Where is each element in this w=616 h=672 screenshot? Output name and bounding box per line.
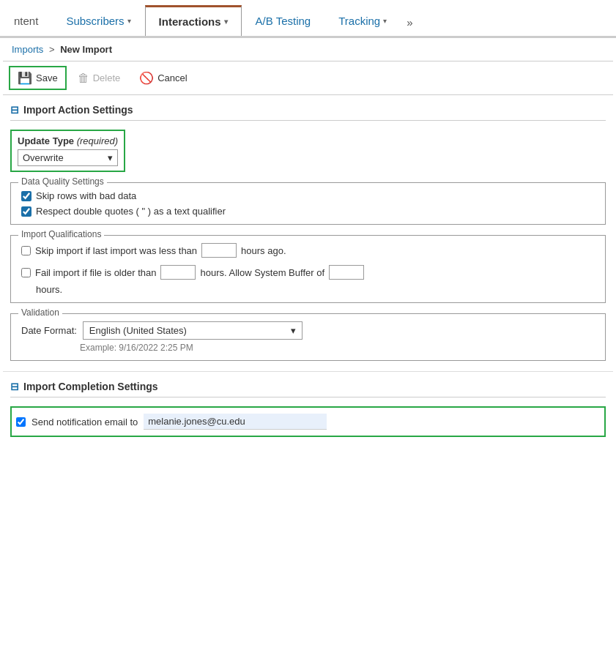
notification-email-input[interactable] [144, 414, 327, 430]
tab-tracking-label: Tracking [338, 15, 380, 27]
date-format-chevron-icon: ▾ [291, 325, 296, 336]
validation-legend: Validation [18, 307, 62, 318]
date-format-label: Date Format: [21, 325, 77, 336]
tab-tracking[interactable]: Tracking ▾ [324, 5, 401, 36]
respect-quotes-checkbox[interactable] [21, 206, 31, 217]
update-type-text: Update Type [18, 135, 74, 146]
import-completion-section: ⊟ Import Completion Settings Send notifi… [10, 381, 606, 437]
date-format-row: Date Format: English (United States) ▾ [21, 321, 595, 340]
date-format-value: English (United States) [89, 325, 187, 336]
completion-collapse-icon[interactable]: ⊟ [10, 381, 19, 392]
cancel-icon: 🚫 [139, 71, 154, 85]
skip-bad-data-row: Skip rows with bad data [21, 190, 595, 201]
breadcrumb-parent-link[interactable]: Imports [12, 44, 43, 55]
collapse-icon[interactable]: ⊟ [10, 104, 19, 116]
respect-quotes-label: Respect double quotes ( " ) as a text qu… [36, 206, 226, 217]
tab-abtesting-label: A/B Testing [256, 15, 311, 27]
skip-import-row: Skip import if last import was less than… [21, 243, 595, 258]
fail-import-checkbox[interactable] [21, 268, 31, 277]
fail-import-label: Fail import if file is older than [35, 267, 156, 278]
tab-abtesting[interactable]: A/B Testing [242, 5, 325, 36]
import-action-header: ⊟ Import Action Settings [10, 104, 606, 121]
tab-subscribers[interactable]: Subscribers ▾ [52, 5, 144, 36]
breadcrumb-separator: > [49, 44, 55, 55]
fail-import-row: Fail import if file is older than hours.… [21, 265, 595, 280]
save-label: Save [36, 72, 58, 83]
tab-content[interactable]: ntent [0, 5, 52, 36]
update-type-select[interactable]: Overwrite ▾ [18, 149, 118, 166]
interactions-chevron-icon: ▾ [224, 18, 228, 26]
content-area: Imports > New Import 💾 Save 🗑 Delete 🚫 C… [0, 38, 616, 437]
tab-content-label: ntent [14, 15, 38, 27]
import-action-section: ⊟ Import Action Settings Update Type (re… [10, 104, 606, 361]
update-type-label: Update Type (required) [18, 135, 118, 146]
import-completion-title: Import Completion Settings [23, 381, 158, 392]
fail-import-buffer-input[interactable] [329, 265, 364, 280]
fail-import-buffer-label: hours. [21, 284, 595, 295]
save-icon: 💾 [18, 71, 32, 85]
date-format-select[interactable]: English (United States) ▾ [83, 321, 303, 340]
fail-import-hours-label: hours. Allow System Buffer of [200, 267, 324, 278]
tracking-chevron-icon: ▾ [383, 17, 387, 25]
skip-import-hours-input[interactable] [201, 243, 237, 258]
toolbar: 💾 Save 🗑 Delete 🚫 Cancel [3, 61, 613, 95]
save-button[interactable]: 💾 Save [9, 66, 67, 90]
fail-import-hours-input[interactable] [160, 265, 196, 280]
notification-checkbox[interactable] [16, 417, 26, 427]
tab-interactions-label: Interactions [159, 15, 221, 28]
validation-box: Validation Date Format: English (United … [10, 313, 606, 361]
skip-bad-data-label: Skip rows with bad data [36, 190, 136, 201]
import-action-title: Import Action Settings [23, 104, 133, 116]
data-quality-box: Data Quality Settings Skip rows with bad… [10, 182, 606, 225]
delete-button[interactable]: 🗑 Delete [70, 67, 129, 89]
tab-subscribers-label: Subscribers [66, 15, 124, 27]
update-type-chevron-icon: ▾ [108, 152, 113, 163]
skip-import-checkbox[interactable] [21, 246, 31, 255]
respect-quotes-row: Respect double quotes ( " ) as a text qu… [21, 206, 595, 217]
update-type-required: (required) [77, 135, 118, 146]
breadcrumb: Imports > New Import [3, 38, 613, 61]
delete-label: Delete [93, 72, 121, 83]
cancel-button[interactable]: 🚫 Cancel [131, 67, 195, 89]
section-divider [3, 371, 613, 372]
import-qual-legend: Import Qualifications [18, 229, 104, 239]
skip-import-hours-label: hours ago. [241, 245, 286, 256]
notification-row: Send notification email to [10, 406, 606, 437]
breadcrumb-current: New Import [60, 44, 112, 55]
tab-interactions[interactable]: Interactions ▾ [145, 5, 242, 36]
nav-more-button[interactable]: » [401, 9, 418, 36]
date-format-example: Example: 9/16/2022 2:25 PM [80, 343, 595, 353]
skip-bad-data-checkbox[interactable] [21, 191, 31, 201]
cancel-label: Cancel [157, 72, 187, 83]
nav-tabs: ntent Subscribers ▾ Interactions ▾ A/B T… [0, 0, 616, 38]
import-qual-box: Import Qualifications Skip import if las… [10, 235, 606, 303]
notification-label: Send notification email to [31, 417, 138, 428]
delete-icon: 🗑 [78, 72, 89, 85]
update-type-value: Overwrite [23, 152, 64, 163]
skip-import-label: Skip import if last import was less than [35, 245, 197, 256]
import-completion-header: ⊟ Import Completion Settings [10, 381, 606, 397]
update-type-group: Update Type (required) Overwrite ▾ [10, 130, 125, 172]
data-quality-legend: Data Quality Settings [18, 176, 107, 187]
subscribers-chevron-icon: ▾ [127, 17, 131, 25]
